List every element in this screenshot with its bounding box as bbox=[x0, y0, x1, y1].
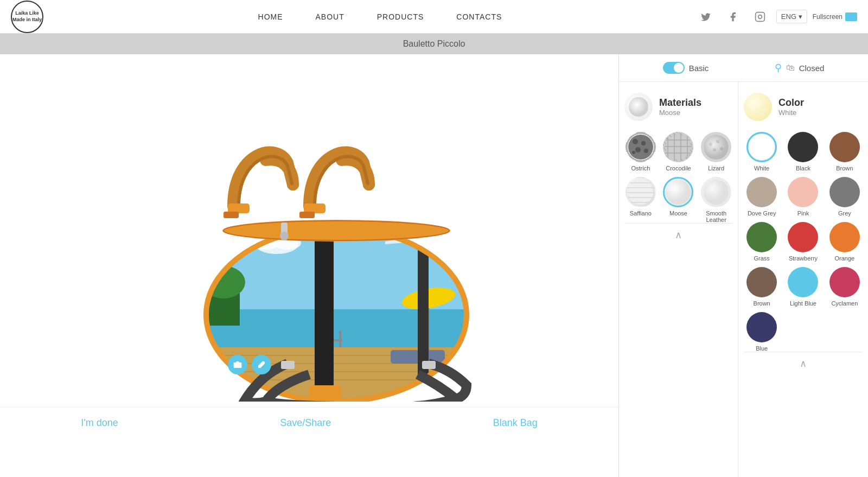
color-blue[interactable]: Blue bbox=[744, 312, 780, 352]
materials-collapse-button[interactable]: ∧ bbox=[624, 223, 732, 246]
done-button[interactable]: I'm done bbox=[81, 417, 118, 429]
svg-rect-0 bbox=[756, 12, 765, 21]
color-title: Color bbox=[778, 97, 804, 109]
closed-toggle[interactable]: ⚲ 🛍 Closed bbox=[775, 62, 825, 74]
toggle-switch[interactable] bbox=[663, 62, 685, 74]
svg-point-28 bbox=[222, 220, 450, 241]
color-preview bbox=[744, 93, 772, 121]
nav-contacts[interactable]: CONTACTS bbox=[456, 12, 502, 21]
color-title-group: Color White bbox=[778, 97, 804, 117]
brown-label: Brown bbox=[836, 165, 853, 171]
lizard-swatch bbox=[701, 132, 731, 162]
twitter-icon[interactable] bbox=[695, 6, 717, 28]
colors-collapse-button[interactable]: ∧ bbox=[744, 352, 863, 375]
color-grey[interactable]: Grey bbox=[827, 177, 863, 217]
color-pink[interactable]: Pink bbox=[785, 177, 821, 217]
closed-label: Closed bbox=[799, 63, 825, 73]
ostrich-swatch bbox=[626, 132, 656, 162]
toggle-knob bbox=[674, 63, 684, 73]
bag-svg bbox=[125, 98, 494, 402]
bottom-actions: I'm done Save/Share Blank Bag bbox=[0, 407, 618, 438]
material-smooth[interactable]: Smooth Leather bbox=[700, 177, 732, 223]
svg-point-56 bbox=[713, 148, 716, 151]
cyclamen-label: Cyclamen bbox=[831, 300, 858, 307]
smooth-swatch bbox=[701, 177, 731, 207]
material-saffiano[interactable]: Saffiano bbox=[624, 177, 657, 223]
material-crocodile[interactable]: Crocodile bbox=[662, 132, 695, 171]
brown-swatch bbox=[829, 132, 860, 162]
logo[interactable]: Laika Like Made in Italy bbox=[11, 1, 43, 33]
moose-swatch bbox=[663, 177, 693, 207]
material-ostrich[interactable]: Ostrich bbox=[624, 132, 657, 171]
svg-point-38 bbox=[629, 97, 648, 117]
color-black[interactable]: Black bbox=[785, 132, 821, 171]
material-moose[interactable]: Moose bbox=[662, 177, 695, 223]
white-label: White bbox=[754, 165, 769, 171]
header-right: ENG ▾ Fullscreen bbox=[695, 6, 857, 28]
color-light-blue[interactable]: Light Blue bbox=[785, 267, 821, 307]
svg-point-65 bbox=[704, 180, 729, 205]
camera-icon-button[interactable] bbox=[228, 355, 247, 374]
svg-rect-32 bbox=[309, 385, 342, 402]
svg-rect-36 bbox=[422, 361, 436, 369]
save-button[interactable]: Save/Share bbox=[280, 417, 331, 429]
color-orange[interactable]: Orange bbox=[827, 222, 863, 262]
edit-icon-button[interactable] bbox=[252, 355, 271, 374]
pink-label: Pink bbox=[797, 210, 809, 217]
nav-about[interactable]: ABOUT bbox=[316, 12, 344, 21]
orange-swatch bbox=[829, 222, 860, 252]
materials-title: Materials bbox=[659, 97, 701, 109]
color-cyclamen[interactable]: Cyclamen bbox=[827, 267, 863, 307]
materials-grid: Ostrich bbox=[624, 132, 732, 223]
product-title: Bauletto Piccolo bbox=[403, 39, 465, 48]
color-dove-grey[interactable]: Dove Grey bbox=[744, 177, 780, 217]
nav-products[interactable]: PRODUCTS bbox=[377, 12, 424, 21]
grass-swatch bbox=[746, 222, 777, 252]
color-grass[interactable]: Grass bbox=[744, 222, 780, 262]
blank-bag-button[interactable]: Blank Bag bbox=[493, 417, 538, 429]
nav-home[interactable]: HOME bbox=[258, 12, 283, 21]
panel-header: Basic ⚲ 🛍 Closed bbox=[619, 54, 868, 82]
color-strawberry[interactable]: Strawberry bbox=[785, 222, 821, 262]
language-selector[interactable]: ENG ▾ bbox=[776, 10, 807, 23]
color-subtitle: White bbox=[778, 109, 804, 117]
orange-label: Orange bbox=[834, 255, 854, 262]
saffiano-label: Saffiano bbox=[630, 210, 652, 217]
color-brown2[interactable]: Brown bbox=[744, 267, 780, 307]
color-brown[interactable]: Brown bbox=[827, 132, 863, 171]
pink-swatch bbox=[788, 177, 818, 207]
colors-column: Color White White Black bbox=[738, 82, 868, 477]
svg-point-42 bbox=[635, 147, 641, 152]
svg-point-40 bbox=[633, 139, 638, 144]
svg-rect-25 bbox=[315, 229, 334, 400]
svg-point-31 bbox=[280, 232, 289, 240]
materials-column: Materials Moose Ostrich bbox=[619, 82, 738, 477]
svg-point-64 bbox=[666, 180, 691, 205]
facebook-icon[interactable] bbox=[722, 6, 744, 28]
light-blue-swatch bbox=[788, 267, 818, 297]
svg-point-44 bbox=[632, 151, 635, 154]
instagram-icon[interactable] bbox=[749, 6, 771, 28]
lock-icon: ⚲ bbox=[775, 62, 782, 74]
svg-rect-33 bbox=[224, 212, 239, 218]
blue-label: Blue bbox=[756, 345, 768, 352]
grey-swatch bbox=[829, 177, 860, 207]
moose-label: Moose bbox=[669, 210, 687, 217]
fullscreen-button[interactable]: Fullscreen bbox=[813, 12, 857, 21]
svg-point-43 bbox=[644, 149, 648, 153]
svg-point-41 bbox=[641, 141, 646, 145]
color-white[interactable]: White bbox=[744, 132, 780, 171]
strawberry-label: Strawberry bbox=[789, 255, 818, 262]
basic-toggle[interactable]: Basic bbox=[663, 62, 709, 74]
svg-point-53 bbox=[704, 135, 729, 160]
smooth-label: Smooth Leather bbox=[700, 210, 732, 223]
material-lizard[interactable]: Lizard bbox=[700, 132, 732, 171]
strawberry-swatch bbox=[788, 222, 818, 252]
grass-label: Grass bbox=[754, 255, 769, 262]
fullscreen-icon bbox=[845, 12, 857, 21]
ostrich-label: Ostrich bbox=[631, 165, 650, 171]
lizard-label: Lizard bbox=[708, 165, 724, 171]
materials-preview bbox=[624, 93, 653, 121]
svg-rect-35 bbox=[281, 361, 295, 369]
basic-label: Basic bbox=[689, 63, 709, 73]
